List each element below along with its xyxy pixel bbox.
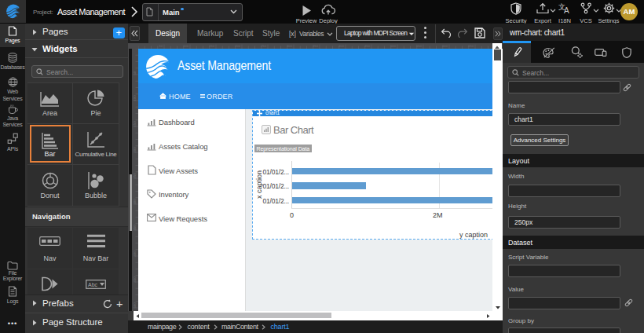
- svg-text:350: 350: [133, 225, 137, 231]
- svg-text:100: 100: [183, 44, 189, 48]
- svg-text:450: 450: [364, 44, 371, 48]
- svg-text:Abc: Abc: [88, 282, 98, 287]
- svg-text:50: 50: [159, 44, 163, 48]
- svg-text:500: 500: [390, 44, 397, 48]
- svg-text:600: 600: [442, 44, 448, 48]
- svg-text:150: 150: [209, 44, 215, 48]
- svg-text:A: A: [564, 6, 569, 14]
- svg-text:200: 200: [133, 147, 137, 153]
- svg-text:200: 200: [235, 44, 241, 48]
- svg-text:250: 250: [261, 44, 267, 48]
- svg-text:300: 300: [133, 199, 137, 205]
- svg-text:150: 150: [133, 121, 137, 127]
- svg-text:400: 400: [133, 251, 137, 257]
- svg-text:350: 350: [313, 44, 319, 48]
- svg-text:100: 100: [133, 95, 137, 101]
- svg-text:450: 450: [133, 276, 137, 283]
- svg-text:650: 650: [468, 44, 474, 48]
- svg-text:300: 300: [287, 44, 293, 48]
- svg-text:400: 400: [338, 44, 345, 48]
- svg-text:500: 500: [133, 302, 137, 309]
- svg-text:250: 250: [133, 173, 137, 179]
- svg-text:50: 50: [133, 71, 137, 75]
- svg-text:550: 550: [416, 44, 423, 48]
